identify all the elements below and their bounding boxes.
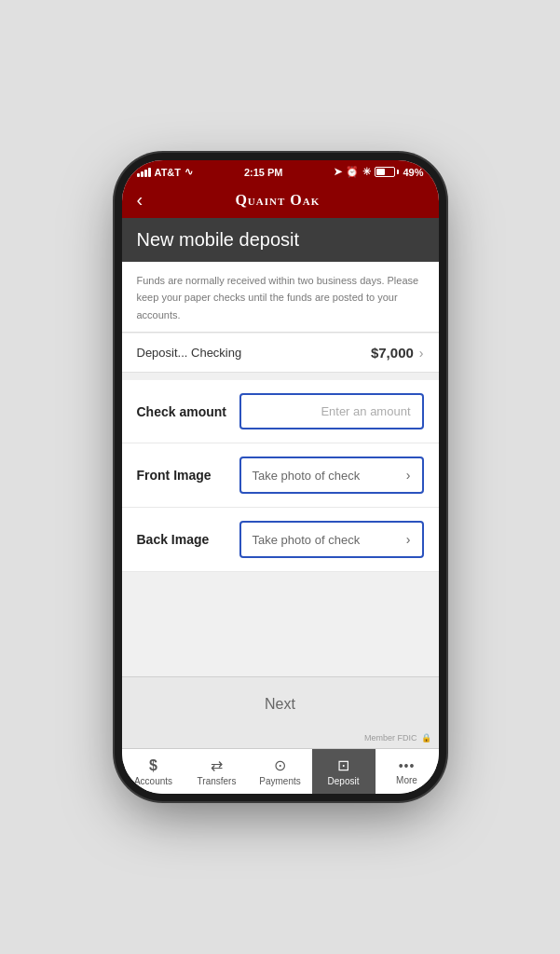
nav-bar: ‹ Quaint Oak xyxy=(122,182,439,218)
accounts-icon: $ xyxy=(149,757,157,774)
next-section: Next xyxy=(122,676,439,731)
transfers-label: Transfers xyxy=(198,776,237,786)
deposit-label: Deposit xyxy=(328,776,360,786)
back-image-row: Back Image Take photo of check › xyxy=(122,508,439,572)
check-amount-input[interactable]: Enter an amount xyxy=(239,393,424,429)
tab-accounts[interactable]: $ Accounts xyxy=(122,749,185,794)
payments-label: Payments xyxy=(259,776,300,786)
check-amount-row: Check amount Enter an amount xyxy=(122,380,439,443)
tab-more[interactable]: ••• More xyxy=(376,749,439,794)
nav-title: Quaint Oak xyxy=(150,192,404,209)
deposit-amount: $7,000 xyxy=(371,345,414,361)
tab-deposit[interactable]: ⊡ Deposit xyxy=(312,749,376,794)
deposit-label: Deposit... Checking xyxy=(137,346,371,360)
battery-pct: 49% xyxy=(403,167,423,178)
check-amount-placeholder: Enter an amount xyxy=(321,404,410,418)
member-fdic-text: Member FDIC xyxy=(364,733,417,743)
status-right: ➤ ⏰ ✳ 49% xyxy=(334,166,423,178)
signal-bars xyxy=(137,168,151,177)
check-amount-label: Check amount xyxy=(137,404,239,419)
back-button[interactable]: ‹ xyxy=(137,189,143,211)
lock-icon: 🔒 xyxy=(421,733,431,743)
info-section: Funds are normally received within two b… xyxy=(122,262,439,333)
more-label: More xyxy=(396,775,417,785)
transfers-icon: ⇄ xyxy=(211,756,223,774)
battery xyxy=(375,167,399,177)
wifi-icon: ∿ xyxy=(184,166,193,178)
carrier-label: AT&T xyxy=(155,167,182,178)
spacer xyxy=(122,572,439,676)
time-label: 2:15 PM xyxy=(244,167,283,178)
battery-tip xyxy=(397,170,399,174)
front-image-text: Take photo of check xyxy=(253,469,361,483)
deposit-row[interactable]: Deposit... Checking $7,000 › xyxy=(122,334,439,373)
page-content: New mobile deposit Funds are normally re… xyxy=(122,218,439,748)
battery-body xyxy=(375,167,395,177)
front-image-label: Front Image xyxy=(137,468,239,483)
location-icon: ➤ xyxy=(334,166,342,178)
next-button[interactable]: Next xyxy=(137,690,424,718)
page-header: New mobile deposit xyxy=(122,218,439,262)
front-chevron-icon: › xyxy=(406,468,411,483)
tab-transfers[interactable]: ⇄ Transfers xyxy=(185,749,249,794)
page-title: New mobile deposit xyxy=(137,229,300,250)
back-image-button[interactable]: Take photo of check › xyxy=(239,521,424,558)
status-bar: AT&T ∿ 2:15 PM ➤ ⏰ ✳ 49% xyxy=(122,160,439,182)
more-icon: ••• xyxy=(399,758,416,773)
front-image-button[interactable]: Take photo of check › xyxy=(239,457,424,494)
tab-payments[interactable]: ⊙ Payments xyxy=(249,749,312,794)
battery-fill xyxy=(376,169,385,175)
back-image-label: Back Image xyxy=(137,532,239,547)
bluetooth-icon: ✳ xyxy=(362,166,371,178)
front-image-row: Front Image Take photo of check › xyxy=(122,443,439,508)
form-section: Check amount Enter an amount Front Image… xyxy=(122,380,439,572)
payments-icon: ⊙ xyxy=(274,756,286,774)
tab-bar: $ Accounts ⇄ Transfers ⊙ Payments ⊡ Depo… xyxy=(122,748,439,794)
info-text: Funds are normally received within two b… xyxy=(137,275,419,320)
alarm-icon: ⏰ xyxy=(346,166,359,178)
phone-shell: AT&T ∿ 2:15 PM ➤ ⏰ ✳ 49% ‹ Quaint Oak Ne… xyxy=(122,160,439,794)
back-chevron-icon: › xyxy=(406,532,411,547)
accounts-label: Accounts xyxy=(134,776,172,786)
member-fdic-row: Member FDIC 🔒 xyxy=(122,731,439,748)
back-image-text: Take photo of check xyxy=(253,533,361,547)
status-left: AT&T ∿ xyxy=(137,166,194,178)
chevron-right-icon: › xyxy=(419,346,424,361)
deposit-icon: ⊡ xyxy=(337,756,349,774)
